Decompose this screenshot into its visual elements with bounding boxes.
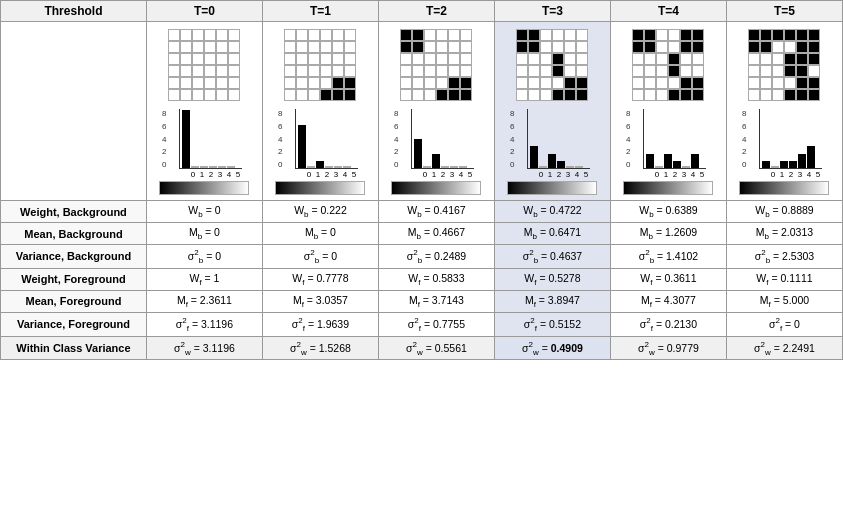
data-cell-r2-c5: σ2b = 2.5303 (726, 245, 842, 269)
data-cell-r3-c4: Wf = 0.3611 (610, 268, 726, 290)
row-label-6: Within Class Variance (1, 336, 147, 360)
data-cell-r6-c3: σ2w = 0.4909 (494, 336, 610, 360)
vis-t4: 86420 012345 (610, 22, 726, 201)
vis-t3: 86420 012345 (494, 22, 610, 201)
data-cell-r6-c1: σ2w = 1.5268 (262, 336, 378, 360)
data-cell-r1-c2: Mb = 0.4667 (378, 223, 494, 245)
row-label-2: Variance, Background (1, 245, 147, 269)
row-label-3: Weight, Foreground (1, 268, 147, 290)
row-label-4: Mean, Foreground (1, 290, 147, 312)
data-cell-r1-c0: Mb = 0 (146, 223, 262, 245)
data-cell-r6-c0: σ2w = 3.1196 (146, 336, 262, 360)
data-cell-r6-c4: σ2w = 0.9779 (610, 336, 726, 360)
data-cell-r0-c1: Wb = 0.222 (262, 201, 378, 223)
data-cell-r2-c2: σ2b = 0.2489 (378, 245, 494, 269)
data-cell-r5-c5: σ2f = 0 (726, 312, 842, 336)
data-cell-r1-c4: Mb = 1.2609 (610, 223, 726, 245)
main-table: Threshold T=0 T=1 T=2 T=3 T=4 T=5 86420 … (0, 0, 843, 360)
col-t0-header: T=0 (146, 1, 262, 22)
data-cell-r0-c5: Wb = 0.8889 (726, 201, 842, 223)
data-cell-r4-c3: Mf = 3.8947 (494, 290, 610, 312)
col-t3-header: T=3 (494, 1, 610, 22)
data-cell-r3-c0: Wf = 1 (146, 268, 262, 290)
vis-label-cell (1, 22, 147, 201)
data-cell-r5-c1: σ2f = 1.9639 (262, 312, 378, 336)
data-cell-r4-c5: Mf = 5.000 (726, 290, 842, 312)
data-cell-r3-c1: Wf = 0.7778 (262, 268, 378, 290)
data-cell-r0-c4: Wb = 0.6389 (610, 201, 726, 223)
data-cell-r5-c0: σ2f = 3.1196 (146, 312, 262, 336)
data-cell-r1-c5: Mb = 2.0313 (726, 223, 842, 245)
data-cell-r0-c3: Wb = 0.4722 (494, 201, 610, 223)
data-cell-r1-c3: Mb = 0.6471 (494, 223, 610, 245)
col-t5-header: T=5 (726, 1, 842, 22)
data-cell-r1-c1: Mb = 0 (262, 223, 378, 245)
row-label-5: Variance, Foreground (1, 312, 147, 336)
data-cell-r4-c4: Mf = 4.3077 (610, 290, 726, 312)
data-cell-r4-c2: Mf = 3.7143 (378, 290, 494, 312)
row-label-1: Mean, Background (1, 223, 147, 245)
vis-t0: 86420 012345 (146, 22, 262, 201)
data-cell-r2-c1: σ2b = 0 (262, 245, 378, 269)
data-cell-r5-c4: σ2f = 0.2130 (610, 312, 726, 336)
row-label-0: Weight, Background (1, 201, 147, 223)
data-cell-r3-c3: Wf = 0.5278 (494, 268, 610, 290)
data-cell-r4-c0: Mf = 2.3611 (146, 290, 262, 312)
data-cell-r2-c3: σ2b = 0.4637 (494, 245, 610, 269)
vis-t2: 86420 012345 (378, 22, 494, 201)
col-t2-header: T=2 (378, 1, 494, 22)
data-cell-r6-c2: σ2w = 0.5561 (378, 336, 494, 360)
data-cell-r2-c0: σ2b = 0 (146, 245, 262, 269)
data-cell-r3-c5: Wf = 0.1111 (726, 268, 842, 290)
data-cell-r4-c1: Mf = 3.0357 (262, 290, 378, 312)
threshold-header: Threshold (1, 1, 147, 22)
vis-t5: 86420 012345 (726, 22, 842, 201)
col-t4-header: T=4 (610, 1, 726, 22)
data-cell-r2-c4: σ2b = 1.4102 (610, 245, 726, 269)
data-cell-r3-c2: Wf = 0.5833 (378, 268, 494, 290)
data-cell-r0-c0: Wb = 0 (146, 201, 262, 223)
data-cell-r5-c2: σ2f = 0.7755 (378, 312, 494, 336)
data-cell-r5-c3: σ2f = 0.5152 (494, 312, 610, 336)
col-t1-header: T=1 (262, 1, 378, 22)
data-cell-r6-c5: σ2w = 2.2491 (726, 336, 842, 360)
vis-t1: 86420 012345 (262, 22, 378, 201)
data-cell-r0-c2: Wb = 0.4167 (378, 201, 494, 223)
